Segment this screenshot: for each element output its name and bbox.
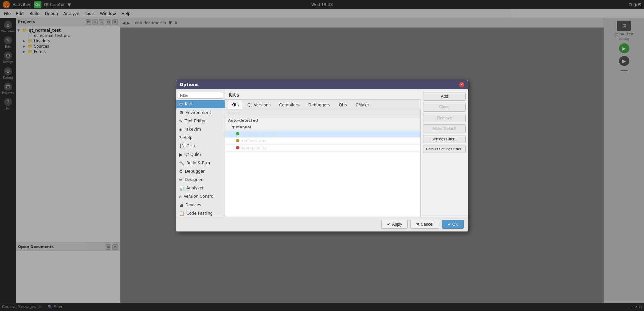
nav-fakevim-label: FakeVim xyxy=(184,127,201,132)
ok-icon: ✔ xyxy=(448,222,451,227)
table-header-row: Name xyxy=(225,109,420,117)
nav-item-devices[interactable]: 🖥 Devices xyxy=(176,201,225,209)
auto-detected-group: Auto-detected xyxy=(225,117,420,124)
table-row[interactable]: forlinux-arm xyxy=(225,137,420,144)
nav-devices-label: Devices xyxy=(185,203,201,207)
dialog-main-content: Kits Kits Qt Versions Compilers Debugger… xyxy=(225,89,421,217)
nav-analyzer-label: Analyzer xyxy=(186,186,204,190)
clone-kit-button[interactable]: Clone xyxy=(423,103,466,112)
nav-environment-label: Environment xyxy=(185,110,211,115)
tab-qt-versions[interactable]: Qt Versions xyxy=(243,101,275,109)
nav-item-version-control[interactable]: ⑃ Version Control xyxy=(176,192,225,201)
analyzer-nav-icon: 📊 xyxy=(179,186,184,191)
nav-item-designer[interactable]: ✏ Designer xyxy=(176,176,225,184)
nav-designer-label: Designer xyxy=(185,177,203,182)
desktop-status-dot xyxy=(236,132,239,135)
version-control-nav-icon: ⑃ xyxy=(179,194,182,199)
kits-table: Name Auto-detected ▼ Manual xyxy=(225,109,420,152)
cancel-icon: ✖ xyxy=(416,222,419,227)
nav-help-label: Help xyxy=(183,135,192,140)
make-default-button[interactable]: Make Default xyxy=(423,124,466,133)
dialog-footer: ✔ Apply ✖ Cancel ✔ OK xyxy=(176,217,468,231)
dialog-title-bar: Options ✕ xyxy=(176,80,468,89)
nav-item-qt-quick[interactable]: ▶ Qt Quick xyxy=(176,150,225,159)
nav-version-control-label: Version Control xyxy=(184,194,214,199)
kits-table-area: Name Auto-detected ▼ Manual xyxy=(225,109,421,217)
nav-item-text-editor[interactable]: ✎ Text Editor xyxy=(176,117,225,125)
dialog-filter-input[interactable] xyxy=(178,92,223,99)
table-row[interactable]: loongson-2k xyxy=(225,144,420,151)
forlinux-status-dot xyxy=(236,139,239,142)
forlinux-kit-cell: forlinux-arm xyxy=(225,137,420,144)
dialog-side-buttons: Add Clone Remove Make Default Settings F… xyxy=(421,89,468,217)
dialog-title: Options xyxy=(180,82,199,87)
fakevim-nav-icon: ◈ xyxy=(179,127,182,132)
debugger-nav-icon: ⚙ xyxy=(179,169,183,174)
build-run-nav-icon: 🔨 xyxy=(179,161,184,166)
nav-item-cpp[interactable]: {} C++ xyxy=(176,142,225,150)
loongson-kit-label: loongson-2k xyxy=(242,146,267,150)
nav-build-run-label: Build & Run xyxy=(186,161,210,165)
manual-group: ▼ Manual xyxy=(225,124,420,130)
nav-item-environment[interactable]: 🖥 Environment xyxy=(176,108,225,117)
manual-label: ▼ Manual xyxy=(225,124,420,130)
nav-item-debugger[interactable]: ⚙ Debugger xyxy=(176,167,225,176)
nav-item-fakevim[interactable]: ◈ FakeVim xyxy=(176,125,225,134)
nav-cpp-label: C++ xyxy=(187,144,196,148)
nav-item-kits[interactable]: ⚙ Kits xyxy=(176,100,225,108)
devices-nav-icon: 🖥 xyxy=(179,203,183,208)
code-pasting-nav-icon: 📋 xyxy=(179,211,184,216)
tab-compilers[interactable]: Compilers xyxy=(275,101,304,109)
apply-label: Apply xyxy=(392,222,402,227)
dialog-close-button[interactable]: ✕ xyxy=(459,82,464,87)
nav-item-help[interactable]: ? Help xyxy=(176,134,225,142)
cpp-nav-icon: {} xyxy=(179,144,185,149)
auto-detected-label: Auto-detected xyxy=(225,117,420,124)
tab-kits[interactable]: Kits xyxy=(227,101,243,109)
nav-item-code-pasting[interactable]: 📋 Code Pasting xyxy=(176,209,225,217)
table-row[interactable]: Desktop (default) xyxy=(225,130,420,137)
text-editor-nav-icon: ✎ xyxy=(179,119,183,124)
name-column-header: Name xyxy=(225,109,420,117)
qt-quick-nav-icon: ▶ xyxy=(179,152,182,157)
apply-icon: ✔ xyxy=(387,222,390,227)
help-nav-icon: ? xyxy=(179,135,181,140)
dialog-body: ⚙ Kits 🖥 Environment ✎ Text Editor ◈ Fak… xyxy=(176,89,468,217)
tab-qbs[interactable]: Qbs xyxy=(334,101,351,109)
kits-nav-icon: ⚙ xyxy=(179,102,183,107)
options-dialog: Options ✕ ⚙ Kits 🖥 Environment ✎ Text Ed… xyxy=(176,80,468,232)
nav-qt-quick-label: Qt Quick xyxy=(184,152,202,157)
loongson-kit-cell: loongson-2k xyxy=(225,144,420,151)
apply-button[interactable]: ✔ Apply xyxy=(381,220,408,229)
nav-debugger-label: Debugger xyxy=(185,169,205,174)
cancel-label: Cancel xyxy=(421,222,433,227)
designer-nav-icon: ✏ xyxy=(179,177,183,182)
env-nav-icon: 🖥 xyxy=(179,110,183,115)
nav-item-build-run[interactable]: 🔨 Build & Run xyxy=(176,159,225,167)
ok-label: OK xyxy=(452,222,458,227)
tab-cmake[interactable]: CMake xyxy=(351,101,373,109)
nav-item-analyzer[interactable]: 📊 Analyzer xyxy=(176,184,225,192)
desktop-kit-label: Desktop (default) xyxy=(242,132,277,136)
dialog-overlay: Options ✕ ⚙ Kits 🖥 Environment ✎ Text Ed… xyxy=(0,0,644,311)
remove-kit-button[interactable]: Remove xyxy=(423,114,466,122)
dialog-content-title: Kits xyxy=(225,89,421,100)
dialog-tabs: Kits Qt Versions Compilers Debuggers Qbs… xyxy=(225,100,421,109)
settings-filter-button[interactable]: Settings Filter... xyxy=(423,135,466,143)
default-settings-filter-button[interactable]: Default Settings Filter... xyxy=(423,145,466,153)
cancel-button[interactable]: ✖ Cancel xyxy=(410,220,439,229)
desktop-kit-cell: Desktop (default) xyxy=(225,130,420,137)
dialog-nav: ⚙ Kits 🖥 Environment ✎ Text Editor ◈ Fak… xyxy=(176,89,225,217)
ok-button[interactable]: ✔ OK xyxy=(442,220,464,229)
forlinux-kit-label: forlinux-arm xyxy=(242,139,267,143)
nav-code-pasting-label: Code Pasting xyxy=(186,211,213,216)
tab-debuggers[interactable]: Debuggers xyxy=(304,101,335,109)
nav-text-editor-label: Text Editor xyxy=(185,119,206,123)
loongson-status-dot xyxy=(236,146,239,149)
nav-kits-label: Kits xyxy=(185,102,192,106)
add-kit-button[interactable]: Add xyxy=(423,92,466,101)
